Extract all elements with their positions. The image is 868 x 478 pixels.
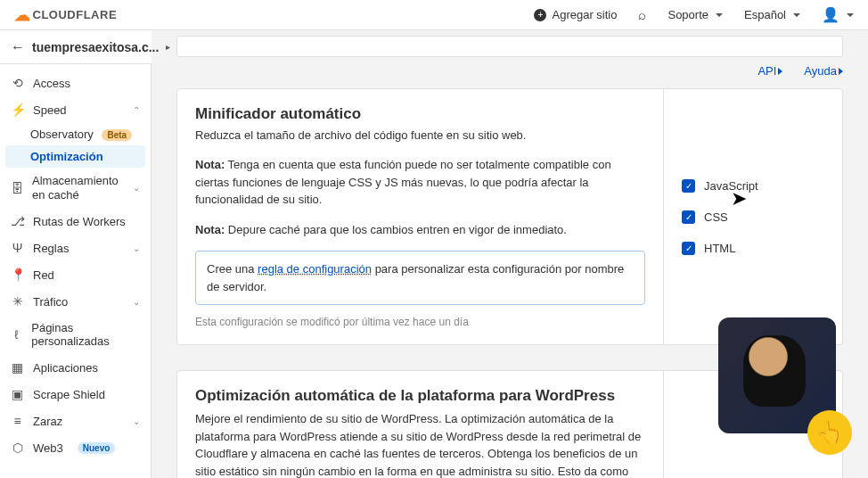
speed-label: Speed [33,103,67,117]
minify-options: ✓ JavaScript ✓ CSS ✓ HTML [664,89,842,344]
funnel-icon: Ψ [11,241,24,255]
network-label: Red [33,268,54,282]
css-label: CSS [704,210,728,224]
caret-down-icon [847,13,854,17]
callout-pre: Cree una [207,262,258,276]
search-icon[interactable]: ⌕ [638,7,646,22]
bolt-icon: ⚡ [11,103,24,117]
chevron-down-icon: ⌄ [133,416,140,426]
add-site-label: Agregar sitio [552,8,617,21]
checkbox-checked-icon: ✓ [682,242,695,255]
top-header: ☁ CLOUDFLARE + Agregar sitio ⌕ Soporte E… [0,0,868,30]
minify-subtitle: Reduzca el tamaño de archivo del código … [195,128,645,142]
partial-card-top [176,36,843,57]
workers-routes-label: Rutas de Workers [33,215,126,228]
chevron-down-icon: ⌄ [133,297,140,307]
sidebar-item-web3[interactable]: ⬡ Web3 Nuevo [0,434,151,461]
sidebar-item-access[interactable]: ⟲ Access [0,70,151,96]
config-rule-callout: Cree una regla de configuración para per… [195,251,645,305]
cache-label: Almacenamiento en caché [32,174,124,202]
triangle-right-icon [839,68,843,75]
observatory-label: Observatory [30,128,94,141]
graph-icon: ✳ [11,294,24,309]
apo-title: Optimización automática de la plataforma… [195,387,645,405]
apo-body: Mejore el rendimiento de su sitio de Wor… [195,410,645,478]
minify-title: Minificador automático [195,105,645,123]
help-link[interactable]: Ayuda [804,64,843,78]
brand-text: CLOUDFLARE [33,8,118,21]
help-label: Ayuda [804,64,837,78]
html-label: HTML [704,242,735,255]
web3-label: Web3 [33,441,63,455]
access-icon: ⟲ [11,76,24,90]
grid-icon: ▦ [11,360,24,375]
plus-icon: + [534,9,546,21]
sidebar-item-scrape-shield[interactable]: ▣ Scrape Shield [0,381,151,408]
site-name[interactable]: tuempresaexitosa.c... [32,40,159,54]
sidebar-item-cache[interactable]: 🗄 Almacenamiento en caché ⌄ [0,168,151,208]
language-label: Español [744,8,786,21]
caret-down-icon [716,13,723,17]
config-rule-link[interactable]: regla de configuración [258,262,372,276]
apps-label: Aplicaciones [33,361,98,375]
sidebar-item-custom-pages[interactable]: ℓ Páginas personalizadas [0,315,151,354]
zaraz-label: Zaraz [33,415,62,428]
pin-icon: 📍 [11,268,24,282]
shield-icon: ▣ [11,387,24,401]
note2-label: Nota: [195,223,225,236]
sidebar-item-network[interactable]: 📍 Red [0,261,151,288]
minify-note1: Nota: Tenga en cuenta que esta función p… [195,156,645,209]
card-description: Minificador automático Reduzca el tamaño… [177,89,664,344]
minify-js-option[interactable]: ✓ JavaScript [682,179,824,193]
triangle-right-icon [778,68,782,75]
checkbox-checked-icon: ✓ [682,179,695,193]
web3-icon: ⬡ [11,441,24,455]
sidebar-item-traffic[interactable]: ✳ Tráfico ⌄ [0,288,151,315]
sidebar-item-rules[interactable]: Ψ Reglas ⌄ [0,235,151,261]
brush-icon: ℓ [11,327,22,342]
sidebar-item-observatory[interactable]: Observatory Beta [0,123,151,145]
header-actions: + Agregar sitio ⌕ Soporte Español 👤 [534,6,854,23]
sidebar-nav: ⟲ Access ⚡ Speed ⌃ Observatory Beta Opti… [0,64,151,478]
sidebar-item-optimization[interactable]: Optimización [5,145,145,168]
minify-css-option[interactable]: ✓ CSS [682,210,824,224]
note2-text: Depure caché para que los cambios entren… [225,223,567,236]
zaraz-icon: ≡ [11,414,24,428]
auto-minify-card: Minificador automático Reduzca el tamaño… [176,88,843,345]
page-action-links: API Ayuda [176,64,843,78]
add-site-button[interactable]: + Agregar sitio [534,8,617,21]
minify-note2: Nota: Depure caché para que los cambios … [195,221,645,239]
sidebar-item-apps[interactable]: ▦ Aplicaciones [0,354,151,381]
note1-label: Nota: [195,158,225,171]
back-arrow-icon[interactable]: ← [11,39,25,55]
minify-html-option[interactable]: ✓ HTML [682,242,824,255]
cloud-icon: ☁ [14,7,31,23]
chevron-down-icon: ⌄ [133,243,140,253]
custom-pages-label: Páginas personalizadas [31,321,140,348]
cloudflare-logo[interactable]: ☁ CLOUDFLARE [14,7,117,23]
user-icon: 👤 [822,6,839,23]
chevron-up-icon: ⌃ [133,105,140,115]
sidebar-item-speed[interactable]: ⚡ Speed ⌃ [0,96,151,123]
apo-description: Optimización automática de la plataforma… [177,371,664,478]
language-dropdown[interactable]: Español [744,8,800,21]
support-label: Soporte [667,8,708,21]
beta-badge: Beta [102,129,132,141]
new-badge: Nuevo [78,442,116,454]
rules-label: Reglas [33,242,69,255]
support-dropdown[interactable]: Soporte [667,8,723,21]
scrape-shield-label: Scrape Shield [33,388,105,401]
left-column: ← tuempresaexitosa.c... ▸ ⟲ Access ⚡ Spe… [0,30,151,478]
api-link[interactable]: API [757,64,782,78]
sidebar-item-zaraz[interactable]: ≡ Zaraz ⌄ [0,408,151,434]
checkbox-checked-icon: ✓ [682,210,695,224]
optimization-label: Optimización [30,150,103,163]
chevron-down-icon: ⌄ [133,183,140,193]
database-icon: 🗄 [11,181,23,195]
account-dropdown[interactable]: 👤 [822,6,854,23]
api-label: API [757,64,776,78]
note1-text: Tenga en cuenta que esta función puede n… [195,158,611,206]
last-modified-text: Esta configuración se modificó por últim… [195,316,645,328]
sidebar-item-workers-routes[interactable]: ⎇ Rutas de Workers [0,208,151,235]
route-icon: ⎇ [11,214,24,228]
